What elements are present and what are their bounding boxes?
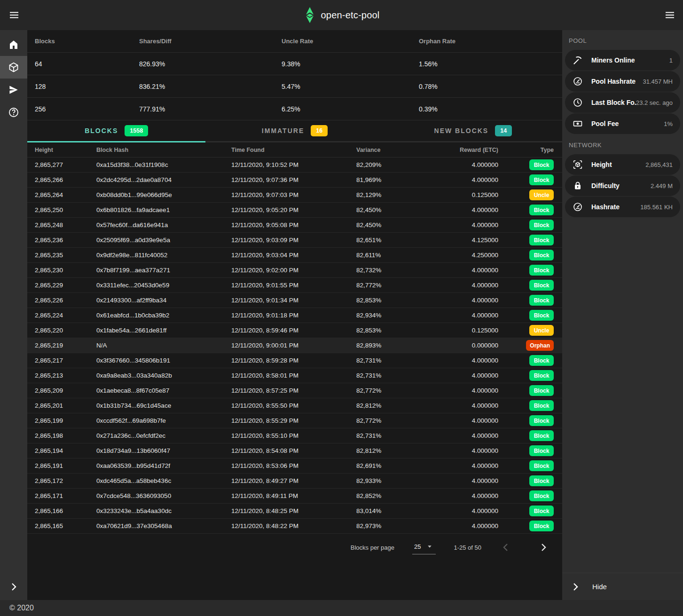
chevron-left-icon (500, 542, 511, 553)
cell-reward: 4.250000 (427, 252, 498, 259)
cell-reward: 4.000000 (427, 282, 498, 289)
table-row: 2,865,230 0x7b8f7199...aea377a271 12/11/… (27, 263, 562, 278)
cell-block-hash: 0x9df2e98e...811fc40052 (96, 252, 231, 259)
sidebar-spacer (0, 124, 27, 574)
tab-immature[interactable]: IMMATURE 16 (205, 120, 384, 142)
pool-stat-miners-online: Miners Online 1 (565, 50, 680, 71)
cell-block-hash: 0x7b8f7199...aea377a271 (96, 267, 231, 274)
type-badge: Block (529, 445, 554, 456)
sidebar-item-help[interactable] (0, 101, 27, 124)
cell-height: 2,865,201 (35, 402, 96, 409)
sidebar-item-payments[interactable] (0, 79, 27, 101)
cell-reward: 4.000000 (427, 417, 498, 424)
cell-block-hash: 0xb08dd0b1...99e066d95e (96, 191, 231, 198)
stats-orphan-rate-value: 1.56% (419, 60, 555, 68)
cell-variance: 82,611% (356, 252, 427, 259)
sidebar-item-home[interactable] (0, 33, 27, 56)
cell-variance: 82,772% (356, 417, 427, 424)
next-page-button[interactable] (537, 541, 550, 554)
header-variance: Variance (356, 147, 427, 153)
pagination-bar: Blocks per page 25 1-25 of 50 (27, 534, 562, 561)
cell-height: 2,865,235 (35, 252, 96, 259)
cell-block-hash: 0x1b31b734...69c1d45ace (96, 402, 231, 409)
cell-time-found: 12/11/2020, 9:05:20 PM (231, 206, 356, 213)
app-title: open-etc-pool (321, 10, 380, 21)
stats-header-uncle-rate: Uncle Rate (282, 38, 419, 45)
stats-header-row: Blocks Shares/Diff Uncle Rate Orphan Rat… (27, 30, 562, 53)
per-page-select[interactable]: 25 (412, 540, 436, 554)
panel-item-value: 1% (664, 120, 673, 127)
panel-item-label: Pool Fee (591, 120, 664, 127)
panel-spacer (562, 218, 683, 573)
pickaxe-icon (573, 55, 583, 65)
table-row: 2,865,171 0x7cdce548...3636093050 12/11/… (27, 489, 562, 504)
cell-time-found: 12/11/2020, 9:07:03 PM (231, 191, 356, 198)
hide-label: Hide (592, 583, 607, 591)
sidebar-item-blocks[interactable] (0, 56, 27, 79)
table-row: 2,865,235 0x9df2e98e...811fc40052 12/11/… (27, 248, 562, 263)
menu-button-left[interactable] (5, 6, 24, 24)
cell-block-hash: 0xdc465d5a...a58beb436c (96, 477, 231, 484)
panel-item-value: 1 (669, 57, 673, 64)
cell-height: 2,865,166 (35, 507, 96, 514)
pool-stat-pool-fee: Pool Fee 1% (565, 113, 680, 134)
table-row: 2,865,224 0x61eabfcd...1b0cba39b2 12/11/… (27, 308, 562, 323)
cell-height: 2,865,171 (35, 492, 96, 499)
cell-height: 2,865,213 (35, 372, 96, 379)
type-badge: Block (529, 475, 554, 486)
panel-item-value: 185.561 KH (640, 204, 673, 211)
tab-blocks[interactable]: BLOCKS 1558 (27, 120, 205, 142)
stats-row: 128 836.21% 5.47% 0.78% (27, 75, 562, 98)
blocks-per-page-label: Blocks per page (351, 544, 394, 551)
header-type: Type (498, 147, 555, 153)
tab-new-blocks[interactable]: NEW BLOCKS 14 (384, 120, 562, 142)
cell-variance: 82,772% (356, 282, 427, 289)
top-bar: open-etc-pool (0, 0, 683, 30)
cell-reward: 4.125000 (427, 237, 498, 244)
network-stat-height: Height 2,865,431 (565, 154, 680, 175)
header-height: Height (35, 147, 96, 153)
cell-block-hash: 0x18d734a9...13b6060f47 (96, 447, 231, 454)
cell-reward: 4.000000 (427, 206, 498, 213)
table-row: 2,865,219 N/A 12/11/2020, 9:00:01 PM 82,… (27, 338, 562, 353)
network-stat-hashrate: Hashrate 185.561 KH (565, 197, 680, 217)
stats-row: 64 826.93% 9.38% 1.56% (27, 53, 562, 75)
cell-time-found: 12/11/2020, 9:03:09 PM (231, 237, 356, 244)
menu-button-right[interactable] (660, 6, 679, 24)
cell-time-found: 12/11/2020, 9:00:01 PM (231, 342, 356, 349)
cell-time-found: 12/11/2020, 8:53:06 PM (231, 462, 356, 469)
cell-height: 2,865,230 (35, 267, 96, 274)
cell-time-found: 12/11/2020, 8:55:10 PM (231, 432, 356, 439)
cell-time-found: 12/11/2020, 9:03:04 PM (231, 252, 356, 259)
cell-variance: 82,772% (356, 387, 427, 394)
right-panel: POOL Miners Online 1 Pool Hashrate 31.45… (562, 30, 683, 600)
type-badge: Block (529, 174, 554, 185)
table-row: 2,865,248 0x57fec60f...da616e941a 12/11/… (27, 218, 562, 233)
stats-shares-diff-value: 777.91% (139, 105, 282, 113)
prev-page-button[interactable] (499, 541, 512, 554)
clock-icon (573, 97, 583, 108)
panel-item-value: 31.457 MH (643, 78, 673, 85)
cell-block-hash: 0x25095f69...a0d39e9e5a (96, 237, 231, 244)
cell-block-hash: 0xa70621d9...37e305468a (96, 522, 231, 529)
sidebar-collapse-button[interactable] (0, 574, 27, 600)
cell-reward: 4.000000 (427, 402, 498, 409)
cell-block-hash: 0x1fabe54a...2661de81ff (96, 327, 231, 334)
cell-block-hash: 0x2dc4295d...2dae0a8704 (96, 176, 231, 183)
cell-height: 2,865,194 (35, 447, 96, 454)
cell-reward: 4.000000 (427, 372, 498, 379)
main-filler (27, 561, 562, 600)
cell-time-found: 12/11/2020, 9:01:18 PM (231, 312, 356, 319)
cell-variance: 82,853% (356, 297, 427, 304)
tab-count-badge: 14 (495, 125, 512, 136)
stats-shares-diff-value: 836.21% (139, 83, 282, 90)
cell-time-found: 12/11/2020, 8:48:22 PM (231, 522, 356, 529)
table-row: 2,865,226 0x21493300...af2ff9ba34 12/11/… (27, 293, 562, 308)
type-badge: Block (529, 205, 554, 215)
cell-reward: 4.000000 (427, 161, 498, 168)
stats-header-blocks: Blocks (35, 38, 139, 45)
type-badge: Block (529, 220, 554, 230)
hide-panel-button[interactable]: Hide (562, 573, 683, 600)
table-row: 2,865,217 0x3f367660...345806b191 12/11/… (27, 353, 562, 368)
panel-item-label: Last Block Fo... (591, 99, 636, 106)
